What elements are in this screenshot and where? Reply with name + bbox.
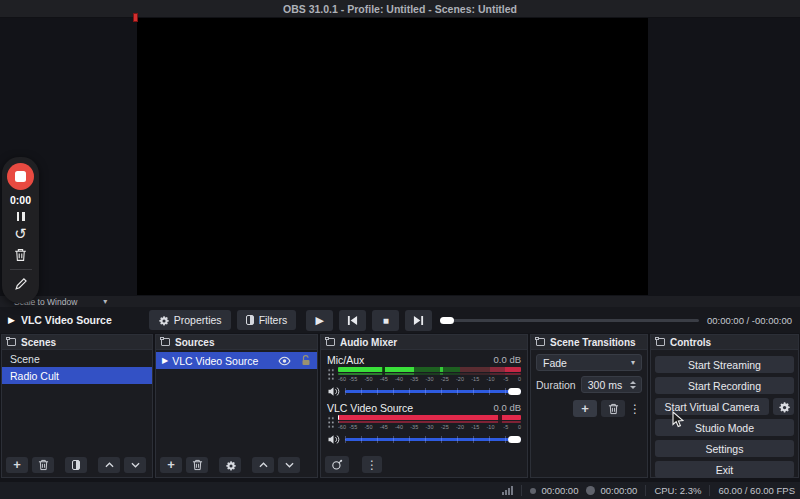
remove-source-button[interactable]	[186, 457, 208, 473]
add-scene-button[interactable]: +	[6, 457, 28, 473]
transitions-toolbar: + ⋮	[531, 400, 641, 417]
filters-button[interactable]: Filters	[237, 310, 297, 330]
media-controls-bar: ▶ VLC Video Source Properties Filters ▶ …	[0, 307, 800, 333]
transition-selected-value: Fade	[543, 357, 567, 369]
properties-button[interactable]: Properties	[149, 310, 231, 330]
move-source-down-button[interactable]	[278, 457, 300, 473]
advanced-audio-button[interactable]	[325, 456, 349, 473]
annotate-pencil-button[interactable]	[14, 277, 28, 291]
add-source-button[interactable]: +	[160, 457, 182, 473]
visibility-eye-icon[interactable]	[278, 356, 291, 366]
start-recording-button[interactable]: Start Recording	[655, 377, 794, 394]
divider	[709, 485, 710, 496]
mic-volume-meter: -60 -55 -50 -45 -40 -35 -30 -25 -20 -15 …	[338, 367, 521, 384]
audio-mixer-header[interactable]: Audio Mixer	[321, 335, 527, 350]
media-previous-button[interactable]	[339, 310, 366, 331]
scene-item-radio-cult[interactable]: Radio Cult	[2, 367, 152, 384]
scenes-title: Scenes	[21, 337, 56, 348]
duration-spinbox[interactable]: 300 ms	[581, 376, 642, 393]
filters-button-label: Filters	[259, 314, 288, 326]
scene-transitions-panel: Scene Transitions Fade ▾ Duration 300 ms…	[530, 334, 648, 478]
plus-icon: +	[13, 459, 21, 471]
audio-mixer-toolbar: ⋮	[321, 453, 527, 477]
unlock-icon[interactable]	[301, 355, 311, 366]
dock-icon	[326, 338, 335, 346]
scene-item-label: Radio Cult	[10, 370, 59, 382]
seek-track[interactable]	[440, 319, 699, 322]
scenes-header[interactable]: Scenes	[2, 335, 152, 350]
drag-grip-icon[interactable]	[327, 367, 334, 381]
controls-header[interactable]: Controls	[651, 335, 798, 350]
move-scene-down-button[interactable]	[124, 457, 146, 473]
stop-icon: ■	[383, 315, 389, 326]
scene-item-scene[interactable]: Scene	[2, 350, 152, 367]
dock-icon	[536, 338, 545, 346]
scene-filters-button[interactable]	[65, 457, 87, 473]
play-icon: ▶	[162, 356, 168, 365]
slider-handle[interactable]	[508, 388, 521, 395]
chevron-down-icon	[285, 462, 294, 468]
add-transition-button[interactable]: +	[573, 400, 597, 417]
settings-button[interactable]: Settings	[655, 440, 794, 457]
sources-header[interactable]: Sources	[156, 335, 317, 350]
drag-grip-icon[interactable]	[327, 415, 334, 429]
media-play-button[interactable]: ▶	[306, 310, 333, 331]
media-stop-button[interactable]: ■	[372, 310, 399, 331]
vlc-volume-slider[interactable]	[345, 433, 521, 446]
exit-button[interactable]: Exit	[655, 461, 794, 478]
title-bar[interactable]: OBS 31.0.1 - Profile: Untitled - Scenes:…	[0, 0, 800, 18]
scene-transitions-header[interactable]: Scene Transitions	[531, 335, 647, 350]
button-label: Exit	[716, 464, 734, 476]
stop-recording-button[interactable]	[7, 163, 34, 190]
restart-recording-button[interactable]: ↺	[14, 226, 27, 241]
spinner-arrows[interactable]	[630, 381, 636, 389]
divider	[645, 485, 646, 496]
sources-title: Sources	[175, 337, 214, 348]
record-timer: 00:00:00	[586, 485, 637, 496]
knob-icon	[331, 459, 343, 471]
chevron-up-icon	[105, 462, 114, 468]
video-canvas[interactable]	[137, 18, 648, 295]
media-seek-slider[interactable]	[440, 310, 699, 331]
button-label: Start Recording	[688, 380, 761, 392]
plus-icon: +	[581, 403, 589, 415]
source-item-vlc[interactable]: ▶ VLC Video Source	[156, 352, 317, 369]
source-properties-button[interactable]	[219, 457, 241, 473]
trash-icon	[192, 459, 203, 471]
mic-volume-slider[interactable]	[345, 385, 521, 398]
cpu-usage: CPU: 2.3%	[654, 485, 701, 496]
source-item-label: VLC Video Source	[172, 355, 258, 367]
plus-icon: +	[167, 459, 175, 471]
chevron-down-icon[interactable]: ▾	[103, 298, 107, 306]
status-bar: 00:00:00 00:00:00 CPU: 2.3% 60.00 / 60.0…	[0, 482, 800, 499]
dock-icon	[161, 338, 170, 346]
preview-scale-row: Scale to Window ▾	[0, 296, 800, 307]
mixer-menu-button[interactable]: ⋮	[362, 456, 382, 473]
media-timecode: 00:00:00 / -00:00:00	[707, 315, 792, 326]
stream-status-icon	[530, 488, 536, 494]
virtual-camera-config-button[interactable]	[773, 398, 794, 415]
media-next-button[interactable]	[405, 310, 432, 331]
preview-area[interactable]	[0, 18, 800, 296]
window-title: OBS 31.0.1 - Profile: Untitled - Scenes:…	[283, 3, 517, 15]
remove-transition-button[interactable]	[601, 400, 625, 417]
pause-recording-button[interactable]	[17, 212, 25, 221]
move-source-up-button[interactable]	[252, 457, 274, 473]
discard-recording-button[interactable]	[14, 248, 27, 262]
move-scene-up-button[interactable]	[98, 457, 120, 473]
slider-handle[interactable]	[508, 436, 521, 443]
speaker-icon[interactable]	[327, 434, 340, 445]
transition-menu-button[interactable]: ⋮	[629, 401, 641, 417]
remove-scene-button[interactable]	[32, 457, 54, 473]
audio-mixer-body: Mic/Aux 0.0 dB -60 -55 -50 -45 -40 -35 -…	[321, 350, 527, 448]
seek-handle[interactable]	[440, 317, 454, 324]
channel-level: 0.0 dB	[494, 402, 521, 413]
channel-name: Mic/Aux	[327, 354, 364, 366]
audio-mixer-title: Audio Mixer	[340, 337, 397, 348]
speaker-icon[interactable]	[327, 386, 340, 397]
chevron-down-icon: ▾	[625, 358, 641, 367]
start-streaming-button[interactable]: Start Streaming	[655, 356, 794, 373]
channel-name: VLC Video Source	[327, 402, 413, 414]
selection-handle[interactable]	[133, 13, 138, 22]
transition-select[interactable]: Fade ▾	[536, 354, 642, 371]
